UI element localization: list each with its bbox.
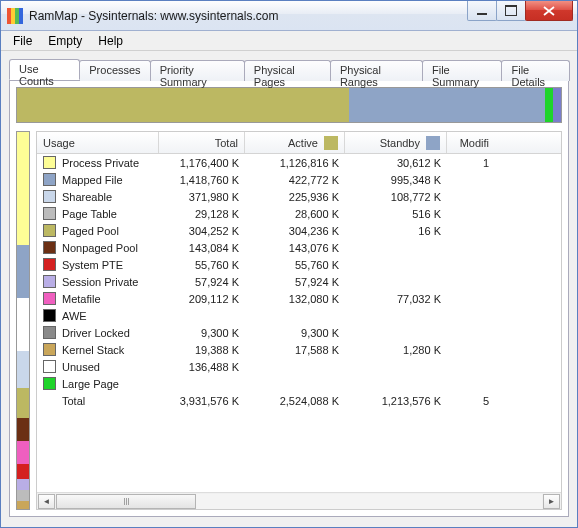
horizontal-scrollbar[interactable]: ◄ ► (37, 492, 561, 509)
cell-standby: 30,612 K (345, 156, 447, 170)
table-row[interactable]: Session Private57,924 K57,924 K (37, 273, 561, 290)
cell-total: 209,112 K (159, 292, 245, 306)
tab-physical-pages[interactable]: Physical Pages (244, 60, 331, 81)
scroll-left-button[interactable]: ◄ (38, 494, 55, 509)
bar-segment (17, 88, 349, 122)
total-usage-bar (16, 131, 30, 510)
cell-active: 225,936 K (245, 190, 345, 204)
col-modified[interactable]: Modifi (447, 132, 495, 153)
cell-standby (345, 247, 447, 249)
cell-mod (447, 366, 495, 368)
cell-active (245, 366, 345, 368)
table-row[interactable]: Mapped File1,418,760 K422,772 K995,348 K (37, 171, 561, 188)
cell-active: 422,772 K (245, 173, 345, 187)
window-title: RamMap - Sysinternals: www.sysinternals.… (29, 9, 468, 23)
usage-table: Usage Total Active Standby Modifi Proces… (36, 131, 562, 510)
table-row[interactable]: AWE (37, 307, 561, 324)
maximize-button[interactable] (496, 1, 526, 21)
cell-mod (447, 230, 495, 232)
tab-strip: Use CountsProcessesPriority SummaryPhysi… (9, 59, 569, 80)
cell-mod (447, 349, 495, 351)
table-row[interactable]: Paged Pool304,252 K304,236 K16 K (37, 222, 561, 239)
cell-total (159, 383, 245, 385)
table-row[interactable]: Large Page (37, 375, 561, 392)
titlebar[interactable]: RamMap - Sysinternals: www.sysinternals.… (1, 1, 577, 31)
cell-active: 17,588 K (245, 343, 345, 357)
table-row[interactable]: Page Table29,128 K28,600 K516 K (37, 205, 561, 222)
row-swatch (43, 190, 56, 203)
cell-mod (447, 383, 495, 385)
tab-file-summary[interactable]: File Summary (422, 60, 503, 81)
cell-standby: 1,280 K (345, 343, 447, 357)
cell-mod (447, 179, 495, 181)
stack-segment (17, 490, 29, 501)
scroll-right-button[interactable]: ► (543, 494, 560, 509)
col-active[interactable]: Active (245, 132, 345, 153)
stack-segment (17, 418, 29, 441)
tab-physical-ranges[interactable]: Physical Ranges (330, 60, 423, 81)
cell-total: 3,931,576 K (159, 394, 245, 408)
table-row[interactable]: Shareable371,980 K225,936 K108,772 K (37, 188, 561, 205)
close-button[interactable] (525, 1, 573, 21)
bar-segment (349, 88, 545, 122)
row-label: Total (62, 395, 85, 407)
tab-processes[interactable]: Processes (79, 60, 150, 81)
stack-segment (17, 479, 29, 490)
cell-mod (447, 247, 495, 249)
scroll-track[interactable] (56, 494, 542, 509)
stack-segment (17, 351, 29, 389)
row-label: System PTE (62, 259, 123, 271)
scroll-thumb[interactable] (56, 494, 196, 509)
table-row[interactable]: Nonpaged Pool143,084 K143,076 K (37, 239, 561, 256)
cell-mod: 1 (447, 156, 495, 170)
row-swatch (43, 360, 56, 373)
cell-active: 2,524,088 K (245, 394, 345, 408)
cell-total: 371,980 K (159, 190, 245, 204)
menu-help[interactable]: Help (90, 32, 131, 50)
client-area: Use CountsProcessesPriority SummaryPhysi… (1, 51, 577, 527)
col-standby[interactable]: Standby (345, 132, 447, 153)
cell-standby (345, 366, 447, 368)
stack-segment (17, 245, 29, 298)
cell-mod (447, 298, 495, 300)
row-label: Driver Locked (62, 327, 130, 339)
table-row[interactable]: Metafile209,112 K132,080 K77,032 K (37, 290, 561, 307)
cell-mod: 5 (447, 394, 495, 408)
minimize-button[interactable] (467, 1, 497, 21)
menu-empty[interactable]: Empty (40, 32, 90, 50)
cell-total: 29,128 K (159, 207, 245, 221)
col-usage[interactable]: Usage (37, 132, 159, 153)
close-icon (543, 6, 555, 16)
row-swatch (43, 156, 56, 169)
app-icon (7, 8, 23, 24)
table-row[interactable]: System PTE55,760 K55,760 K (37, 256, 561, 273)
stack-segment (17, 441, 29, 464)
row-swatch (43, 326, 56, 339)
tab-use-counts[interactable]: Use Counts (9, 59, 80, 80)
cell-total: 304,252 K (159, 224, 245, 238)
table-row[interactable]: Driver Locked9,300 K9,300 K (37, 324, 561, 341)
menu-file[interactable]: File (5, 32, 40, 50)
table-total-row[interactable]: Total3,931,576 K2,524,088 K1,213,576 K5 (37, 392, 561, 409)
table-row[interactable]: Unused136,488 K (37, 358, 561, 375)
active-swatch (324, 136, 338, 150)
tab-priority-summary[interactable]: Priority Summary (150, 60, 245, 81)
bar-segment (545, 88, 553, 122)
stack-segment (17, 464, 29, 479)
cell-standby (345, 315, 447, 317)
tab-file-details[interactable]: File Details (501, 60, 570, 81)
col-total[interactable]: Total (159, 132, 245, 153)
cell-total: 1,176,400 K (159, 156, 245, 170)
table-row[interactable]: Kernel Stack19,388 K17,588 K1,280 K (37, 341, 561, 358)
cell-total: 9,300 K (159, 326, 245, 340)
stack-segment (17, 388, 29, 418)
cell-standby: 995,348 K (345, 173, 447, 187)
table-row[interactable]: Process Private1,176,400 K1,126,816 K30,… (37, 154, 561, 171)
row-swatch (43, 173, 56, 186)
cell-mod (447, 264, 495, 266)
row-label: Large Page (62, 378, 119, 390)
table-body[interactable]: Process Private1,176,400 K1,126,816 K30,… (37, 154, 561, 492)
cell-total: 19,388 K (159, 343, 245, 357)
row-swatch (43, 275, 56, 288)
row-label: Nonpaged Pool (62, 242, 138, 254)
